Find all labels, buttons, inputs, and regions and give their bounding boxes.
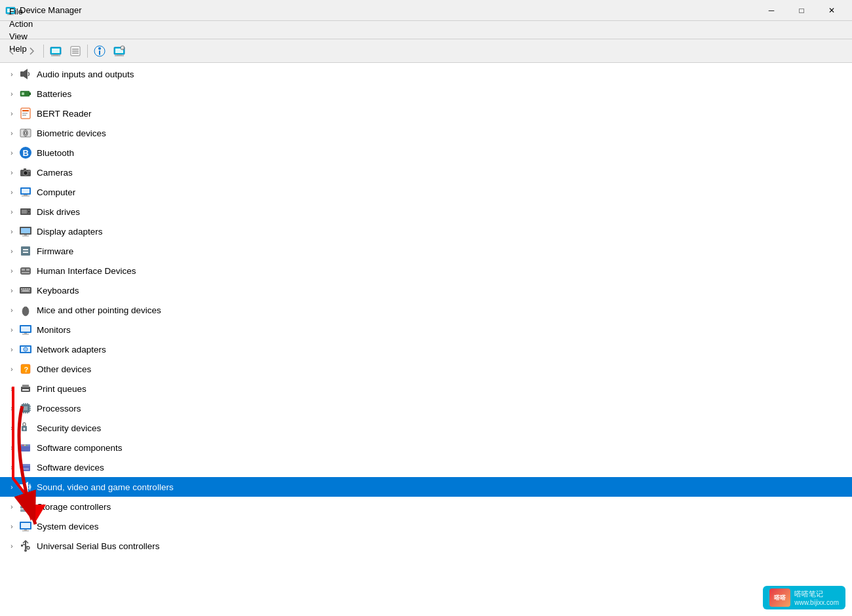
- svg-rect-107: [21, 464, 30, 466]
- menu-item-action[interactable]: Action: [3, 18, 39, 30]
- tree-item-monitors[interactable]: ›Monitors: [0, 320, 852, 339]
- tree-item-storage[interactable]: ›Storage controllers: [0, 497, 852, 516]
- svg-point-37: [24, 172, 27, 174]
- label-storage: Storage controllers: [37, 502, 111, 512]
- chevron-cameras[interactable]: ›: [5, 166, 18, 179]
- tree-item-other[interactable]: ›?Other devices: [0, 359, 852, 379]
- chevron-monitors[interactable]: ›: [5, 323, 18, 336]
- svg-rect-56: [26, 269, 29, 271]
- svg-rect-41: [22, 189, 29, 193]
- tree-item-computer[interactable]: ›Computer: [0, 182, 852, 202]
- chevron-firmware[interactable]: ›: [5, 244, 18, 258]
- chevron-storage[interactable]: ›: [5, 500, 18, 513]
- chevron-software-comp[interactable]: ›: [5, 441, 18, 454]
- chevron-display[interactable]: ›: [5, 225, 18, 238]
- tree-item-system[interactable]: ›System devices: [0, 516, 852, 536]
- chevron-print[interactable]: ›: [5, 382, 18, 395]
- toolbar-forward[interactable]: [22, 43, 41, 60]
- chevron-computer[interactable]: ›: [5, 185, 18, 199]
- icon-software-dev: [18, 460, 33, 474]
- svg-rect-84: [24, 406, 28, 410]
- svg-rect-49: [24, 235, 27, 236]
- tree-item-cameras[interactable]: ›Cameras: [0, 163, 852, 182]
- tree-item-usb[interactable]: ›Universal Serial Bus controllers: [0, 536, 852, 556]
- device-tree[interactable]: ›Audio inputs and outputs›Batteries›BERT…: [0, 63, 852, 616]
- tree-item-bert[interactable]: ›BERT Reader: [0, 104, 852, 123]
- tree-item-bluetooth[interactable]: ›BBluetooth: [0, 143, 852, 163]
- chevron-biometric[interactable]: ›: [5, 126, 18, 140]
- chevron-software-dev[interactable]: ›: [5, 461, 18, 474]
- chevron-sound[interactable]: ›: [5, 480, 18, 493]
- svg-rect-62: [25, 288, 26, 290]
- chevron-network[interactable]: ›: [5, 343, 18, 356]
- chevron-system[interactable]: ›: [5, 520, 18, 533]
- toolbar-resources[interactable]: [66, 43, 85, 60]
- chevron-keyboards[interactable]: ›: [5, 284, 18, 297]
- restore-button[interactable]: □: [786, 0, 817, 21]
- tree-item-display[interactable]: ›Display adapters: [0, 221, 852, 241]
- chevron-usb[interactable]: ›: [5, 539, 18, 552]
- tree-item-network[interactable]: ›Network adapters: [0, 339, 852, 359]
- toolbar-back[interactable]: [3, 43, 21, 60]
- chevron-bluetooth[interactable]: ›: [5, 146, 18, 159]
- toolbar-separator-1: [43, 45, 44, 58]
- tree-item-processors[interactable]: ›Processors: [0, 398, 852, 418]
- tree-item-security[interactable]: ›Security devices: [0, 418, 852, 438]
- menu-item-view[interactable]: View: [3, 30, 39, 43]
- menu-item-file[interactable]: File: [3, 5, 39, 18]
- chevron-audio[interactable]: ›: [5, 67, 18, 81]
- toolbar-scan[interactable]: ↺: [110, 43, 128, 60]
- label-display: Display adapters: [37, 227, 103, 237]
- label-sound: Sound, video and game controllers: [37, 482, 174, 492]
- svg-text:?: ?: [24, 366, 29, 374]
- tree-item-mice[interactable]: ›Mice and other pointing devices: [0, 300, 852, 320]
- svg-rect-25: [22, 92, 24, 95]
- tree-item-hid[interactable]: ›Human Interface Devices: [0, 261, 852, 280]
- label-software-comp: Software components: [37, 443, 123, 453]
- svg-point-104: [24, 445, 26, 446]
- svg-point-114: [29, 503, 30, 505]
- tree-item-software-dev[interactable]: ›Software devices: [0, 457, 852, 477]
- svg-rect-21: [20, 71, 24, 77]
- tree-item-sound[interactable]: ›Sound, video and game controllers: [0, 477, 852, 497]
- watermark: 嗒嗒 嗒嗒笔记 www.bijixx.com: [763, 586, 845, 609]
- window-controls[interactable]: ─ □ ✕: [756, 0, 847, 21]
- svg-rect-6: [53, 54, 58, 56]
- tree-item-audio[interactable]: ›Audio inputs and outputs: [0, 64, 852, 84]
- icon-network: [18, 342, 33, 356]
- svg-point-115: [29, 507, 30, 508]
- tree-item-print[interactable]: ›Print queues: [0, 379, 852, 398]
- icon-storage: [18, 499, 33, 514]
- chevron-disk[interactable]: ›: [5, 205, 18, 218]
- tree-item-software-comp[interactable]: ›Software components: [0, 438, 852, 457]
- tree-item-disk[interactable]: ›Disk drives: [0, 202, 852, 221]
- label-usb: Universal Serial Bus controllers: [37, 541, 160, 551]
- icon-biometric: [18, 126, 33, 140]
- toolbar-properties[interactable]: [90, 43, 109, 60]
- watermark-url: www.bijixx.com: [794, 599, 839, 606]
- tree-item-biometric[interactable]: ›Biometric devices: [0, 123, 852, 143]
- svg-rect-109: [20, 484, 24, 490]
- chevron-mice[interactable]: ›: [5, 303, 18, 317]
- svg-rect-113: [20, 509, 31, 512]
- chevron-other[interactable]: ›: [5, 362, 18, 375]
- toolbar-tree-view[interactable]: [47, 43, 65, 60]
- icon-bert: [18, 106, 33, 121]
- tree-item-firmware[interactable]: ›Firmware: [0, 241, 852, 261]
- close-button[interactable]: ✕: [817, 0, 847, 21]
- watermark-logo: 嗒嗒: [769, 588, 790, 607]
- chevron-batteries[interactable]: ›: [5, 87, 18, 100]
- label-mice: Mice and other pointing devices: [37, 305, 161, 315]
- svg-rect-55: [22, 269, 25, 271]
- tree-item-batteries[interactable]: ›Batteries: [0, 84, 852, 104]
- icon-security: [18, 421, 33, 435]
- svg-point-125: [24, 549, 27, 552]
- chevron-bert[interactable]: ›: [5, 107, 18, 120]
- tree-item-keyboards[interactable]: ›Keyboards: [0, 280, 852, 300]
- menu-bar: FileActionViewHelp: [0, 21, 852, 39]
- toolbar: ↺: [0, 39, 852, 63]
- chevron-hid[interactable]: ›: [5, 264, 18, 277]
- minimize-button[interactable]: ─: [756, 0, 786, 21]
- chevron-security[interactable]: ›: [5, 421, 18, 434]
- chevron-processors[interactable]: ›: [5, 402, 18, 415]
